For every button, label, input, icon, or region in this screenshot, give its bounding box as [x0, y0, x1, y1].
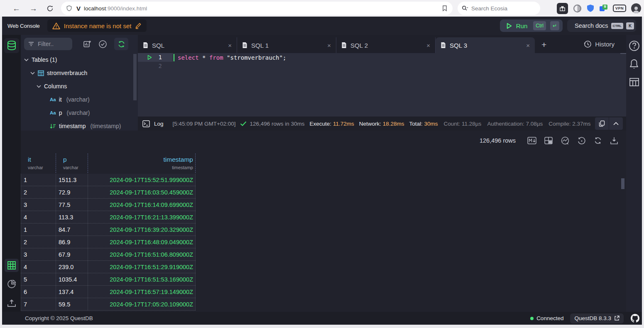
table-row[interactable]: 6 137.4 2024-09-17T16:57:19.149000Z — [21, 286, 196, 298]
cell-timestamp[interactable]: 2024-09-17T16:39:20.329000Z — [88, 224, 196, 236]
search-docs-button[interactable]: Search docs CTRL K — [567, 19, 636, 32]
sidebar-scrollbar[interactable] — [133, 54, 137, 100]
grid-column-header[interactable]: it varchar — [21, 153, 56, 173]
cell-timestamp[interactable]: 2024-09-17T16:48:09.049000Z — [88, 236, 196, 248]
table-row[interactable]: 4 239.0 2024-09-17T16:51:29.919000Z — [21, 261, 196, 273]
cell-it[interactable]: 4 — [21, 261, 56, 273]
grid-scrollbar[interactable] — [621, 178, 624, 189]
instance-warning-badge[interactable]: Instance name is not set — [47, 19, 147, 32]
editor-scrollbar[interactable] — [620, 53, 626, 54]
github-icon[interactable] — [631, 314, 639, 323]
cell-it[interactable]: 6 — [21, 286, 56, 298]
bookmark-icon[interactable] — [442, 5, 448, 12]
cell-it[interactable]: 2 — [21, 236, 56, 248]
extension-shield-icon[interactable] — [587, 4, 594, 12]
tree-columns-node[interactable]: Columns — [21, 80, 138, 93]
cell-timestamp[interactable]: 2024-09-17T16:21:13.399000Z — [88, 211, 196, 223]
cell-it[interactable]: 7 — [21, 298, 56, 310]
toggle-columns-button[interactable] — [544, 137, 553, 144]
cell-timestamp[interactable]: 2024-09-17T17:05:20.109000Z — [88, 298, 196, 310]
run-button[interactable]: Run Ctrl ↵ — [500, 19, 563, 32]
table-row[interactable]: 4 113.3 2024-09-17T16:21:13.399000Z — [21, 211, 196, 224]
address-bar[interactable]: V localhost:9000/index.html — [61, 2, 453, 15]
browser-avatar[interactable] — [631, 3, 641, 13]
tree-column-item[interactable]: Aa p (varchar) — [21, 106, 138, 119]
cell-it[interactable]: 5 — [21, 273, 56, 285]
cell-p[interactable]: 84.7 — [56, 224, 88, 236]
vpn-badge[interactable]: VPN — [613, 5, 626, 12]
cell-p[interactable]: 1511.3 — [56, 174, 88, 186]
markdown-export-button[interactable] — [527, 137, 536, 144]
cell-it[interactable]: 3 — [21, 248, 56, 260]
cell-it[interactable]: 2 — [21, 186, 56, 198]
cell-p[interactable]: 137.4 — [56, 286, 88, 298]
help-button[interactable] — [629, 40, 640, 51]
cell-p[interactable]: 59.5 — [56, 298, 88, 310]
table-row[interactable]: 1 1511.3 2024-09-17T15:52:51.999000Z — [21, 174, 196, 186]
cell-p[interactable]: 239.0 — [56, 261, 88, 273]
cell-p[interactable]: 1035.4 — [56, 273, 88, 285]
cell-timestamp[interactable]: 2024-09-17T16:51:29.919000Z — [88, 261, 196, 273]
questdb-logo[interactable] — [4, 38, 19, 53]
import-button[interactable] — [5, 296, 19, 309]
table-row[interactable]: 3 77.5 2024-09-17T16:14:09.699000Z — [21, 199, 196, 211]
cell-p[interactable]: 67.9 — [56, 248, 88, 260]
cell-p[interactable]: 86.9 — [56, 236, 88, 248]
gift-extension-icon[interactable] — [557, 3, 568, 14]
chart-button[interactable] — [561, 136, 570, 145]
extension-globe-icon[interactable] — [573, 4, 582, 13]
history-button[interactable]: History — [584, 40, 615, 48]
browser-reload-icon[interactable] — [47, 5, 54, 12]
cell-it[interactable]: 4 — [21, 211, 56, 223]
extension-translate-icon[interactable] — [599, 4, 608, 13]
collapse-log-button[interactable] — [609, 117, 623, 130]
cell-timestamp[interactable]: 2024-09-17T16:51:53.169000Z — [88, 273, 196, 285]
refresh-history-button[interactable] — [578, 136, 586, 145]
browser-back-icon[interactable]: ← — [12, 5, 20, 12]
chart-view-button[interactable] — [5, 277, 19, 291]
grid-column-header[interactable]: p varchar — [56, 153, 88, 173]
table-row[interactable]: 2 72.9 2024-09-17T16:03:50.459000Z — [21, 186, 196, 199]
cell-timestamp[interactable]: 2024-09-17T15:52:51.999000Z — [88, 174, 196, 186]
refresh-results-button[interactable] — [594, 136, 602, 145]
copy-log-button[interactable] — [595, 117, 609, 130]
cell-it[interactable]: 1 — [21, 174, 56, 186]
edit-instance-icon[interactable] — [135, 22, 142, 29]
new-tab-button[interactable]: + — [541, 40, 546, 50]
tab-sql-1[interactable]: SQL 1 × — [237, 37, 336, 53]
tree-tables-node[interactable]: Tables (1) — [21, 53, 138, 66]
select-tables-button[interactable] — [98, 40, 107, 49]
refresh-tables-button[interactable] — [114, 38, 128, 50]
tab-close-icon[interactable]: × — [228, 42, 232, 49]
table-row[interactable]: 3 67.9 2024-09-17T16:51:06.809000Z — [21, 248, 196, 261]
table-panel-button[interactable] — [629, 77, 639, 87]
cell-timestamp[interactable]: 2024-09-17T16:14:09.699000Z — [88, 199, 196, 211]
tab-sql-2[interactable]: SQL 2 × — [336, 37, 436, 53]
tab-close-icon[interactable]: × — [327, 42, 331, 49]
tree-table-node[interactable]: stromverbrauch — [21, 66, 138, 80]
notifications-button[interactable] — [629, 58, 639, 70]
browser-search-field[interactable]: Search Ecosia — [458, 2, 540, 15]
grid-view-button[interactable] — [5, 259, 19, 272]
tab-sql[interactable]: SQL × — [138, 37, 237, 53]
cell-it[interactable]: 1 — [21, 224, 56, 236]
cell-p[interactable]: 113.3 — [56, 211, 88, 223]
grid-column-header[interactable]: timestamp timestamp — [88, 153, 196, 173]
cell-p[interactable]: 77.5 — [56, 199, 88, 211]
browser-forward-icon[interactable]: → — [29, 5, 37, 12]
cell-timestamp[interactable]: 2024-09-17T16:51:06.809000Z — [88, 248, 196, 260]
table-row[interactable]: 5 1035.4 2024-09-17T16:51:53.169000Z — [21, 273, 196, 286]
filter-input[interactable]: Filter.. — [24, 38, 72, 50]
version-button[interactable]: QuestDB 8.3.3 — [570, 313, 624, 323]
cell-it[interactable]: 3 — [21, 199, 56, 211]
sql-editor[interactable]: 1 select * from "stromverbrauch"; 2 — [138, 53, 626, 117]
cell-p[interactable]: 72.9 — [56, 186, 88, 198]
download-results-button[interactable] — [610, 136, 618, 145]
tab-close-icon[interactable]: × — [426, 42, 430, 49]
table-row[interactable]: 7 59.5 2024-09-17T17:05:20.109000Z — [21, 298, 196, 311]
table-row[interactable]: 2 86.9 2024-09-17T16:48:09.049000Z — [21, 236, 196, 248]
cell-timestamp[interactable]: 2024-09-17T16:57:19.149000Z — [88, 286, 196, 298]
tree-column-item[interactable]: Aa it (varchar) — [21, 93, 138, 106]
tab-sql-3[interactable]: SQL 3 × — [436, 37, 535, 53]
tab-close-icon[interactable]: × — [526, 42, 530, 49]
